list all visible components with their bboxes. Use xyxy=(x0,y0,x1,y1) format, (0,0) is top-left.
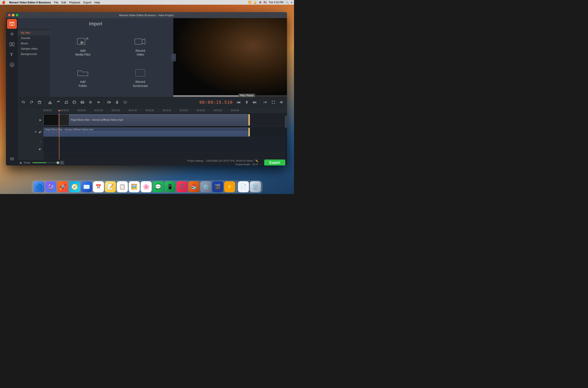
dock-system-prefs[interactable]: ⚙️ xyxy=(200,181,211,192)
playback-menu[interactable]: Playback xyxy=(69,1,80,4)
close-button[interactable] xyxy=(8,14,11,16)
dock-photos[interactable]: 🌸 xyxy=(141,181,152,192)
stickers-icon xyxy=(9,62,15,67)
apple-menu[interactable]: 🍎 xyxy=(2,1,5,4)
dock-trash[interactable]: 🗑️ xyxy=(250,181,261,192)
share-button[interactable] xyxy=(261,98,269,106)
scale-expand-button[interactable]: ⊞ xyxy=(60,161,64,165)
record-screencast-button[interactable]: Record Screencast xyxy=(114,64,167,91)
dock-photos-app[interactable]: 🖼️ xyxy=(129,181,140,192)
color-button[interactable] xyxy=(71,98,78,106)
volume-button[interactable] xyxy=(278,98,285,106)
mic-button[interactable] xyxy=(113,98,121,106)
svg-point-34 xyxy=(48,103,50,104)
timeline-scrollbar[interactable] xyxy=(285,113,287,160)
dock-mail[interactable]: ✉️ xyxy=(81,181,92,192)
svg-text:♪: ♪ xyxy=(84,43,86,47)
delete-button[interactable] xyxy=(36,98,44,106)
import-sidebar-backgrounds[interactable]: Backgrounds xyxy=(18,51,50,57)
go-to-end-button[interactable]: ⏭ xyxy=(251,98,259,106)
help-menu[interactable]: Help xyxy=(94,1,100,4)
import-sidebar-sounds[interactable]: Sounds xyxy=(18,35,50,41)
dock-messages[interactable]: 💬 xyxy=(152,181,164,192)
svg-rect-26 xyxy=(135,39,142,44)
audio-track-controls: 👁 🔊 xyxy=(18,127,44,137)
dock-music[interactable]: 🎵 xyxy=(176,181,187,192)
dock-finder[interactable]: 🔵 xyxy=(33,181,44,192)
dock-facetime[interactable]: 📱 xyxy=(164,181,175,192)
rotate-button[interactable] xyxy=(54,98,62,106)
scale-shrink-icon: ▣ xyxy=(20,161,22,164)
app-name-menu[interactable]: Movavi Video Editor 5 Business xyxy=(9,1,51,4)
video-track-preview-icon[interactable]: ▶ xyxy=(39,118,42,121)
sidebar-stickers-button[interactable] xyxy=(7,60,17,70)
desktop: Movavi Video Editor Business – New Proje… xyxy=(0,5,294,194)
add-media-files-button[interactable]: ♪ Add Media Files xyxy=(56,33,109,60)
add-folder-button[interactable]: Add Folder xyxy=(56,64,109,91)
record-button[interactable] xyxy=(105,98,113,106)
audio-settings-button[interactable] xyxy=(95,98,102,106)
import-sidebar-myfiles[interactable]: My files xyxy=(18,30,50,35)
undo-button[interactable] xyxy=(20,98,27,106)
timeline-scrollbar-thumb[interactable] xyxy=(285,115,287,128)
audio-mute-icon[interactable]: 🔊 xyxy=(39,131,42,134)
image-button[interactable] xyxy=(79,98,86,106)
go-to-start-button[interactable]: ⏮ xyxy=(235,98,242,106)
screencast-toolbar-button[interactable] xyxy=(121,98,129,106)
search-icon[interactable]: 🔍 xyxy=(285,1,289,4)
sidebar-transitions-button[interactable] xyxy=(7,39,17,49)
sidebar-titles-button[interactable]: T xyxy=(7,50,17,59)
toolbar: 00:00:15.510 ⏮ ⏸ Play / Pause ⏭ xyxy=(18,97,287,108)
list-icon[interactable]: ≡ xyxy=(291,1,292,4)
svg-marker-30 xyxy=(32,102,33,103)
play-pause-button[interactable]: ⏸ Play / Pause xyxy=(243,98,251,106)
dock-books[interactable]: 📚 xyxy=(188,181,199,192)
sidebar-timeline-button[interactable] xyxy=(7,154,17,164)
dock-blank-doc[interactable]: 📄 xyxy=(238,181,249,192)
sidebar-effects-button[interactable] xyxy=(7,29,17,39)
import-sidebar-samplevideo[interactable]: Sample video xyxy=(18,46,50,51)
minimize-button[interactable] xyxy=(12,14,15,16)
sidebar-media-button[interactable] xyxy=(7,19,17,29)
file-menu[interactable]: File xyxy=(54,1,58,4)
cut-button[interactable] xyxy=(46,98,54,106)
eye-icon[interactable]: 👁 xyxy=(34,130,37,134)
audio-clip[interactable]: Rag'n'Bone Man - Human (Official Video).… xyxy=(44,127,250,137)
dock-siri[interactable]: 🔮 xyxy=(45,181,56,192)
audio-clip-handle-right[interactable] xyxy=(248,128,250,136)
dock-calendar[interactable]: 📅 xyxy=(93,181,104,192)
svg-point-16 xyxy=(10,63,14,67)
toolbar-divider-2 xyxy=(104,100,104,105)
edit-menu[interactable]: Edit xyxy=(61,1,66,4)
scale-slider[interactable] xyxy=(32,162,58,163)
export-menu[interactable]: Export xyxy=(83,1,91,4)
settings-button[interactable] xyxy=(87,98,94,106)
svg-point-46 xyxy=(90,102,91,103)
dock-movavi[interactable]: 🎬 xyxy=(212,181,223,192)
video-clip[interactable]: Rag'n'Bone Man - Human (Official Video).… xyxy=(44,114,250,126)
playback-controls: ⏮ ⏸ Play / Pause ⏭ xyxy=(235,98,259,106)
record-video-icon xyxy=(134,36,147,47)
track-content: Rag'n'Bone Man - Human (Official Video).… xyxy=(44,113,287,160)
video-clip-handle-right[interactable] xyxy=(248,114,250,125)
import-sidebar-music[interactable]: Music xyxy=(18,41,50,46)
edit-settings-icon[interactable]: ✏️ xyxy=(255,160,258,162)
ruler-mark-9: 00:03:00 xyxy=(197,109,205,112)
dock-launchpad[interactable]: 🚀 xyxy=(57,181,68,192)
dock-divider xyxy=(236,182,236,192)
dock-safari[interactable]: 🧭 xyxy=(69,181,80,192)
crop-button[interactable] xyxy=(62,98,70,106)
maximize-button[interactable] xyxy=(16,14,18,16)
export-button[interactable]: Export xyxy=(264,160,285,166)
sidebar-collapse-button[interactable]: ‹ xyxy=(171,54,176,61)
preview-progress[interactable] xyxy=(173,95,287,97)
dock-reminders[interactable]: 📋 xyxy=(117,181,128,192)
audio-track-lane: Rag'n'Bone Man - Human (Official Video).… xyxy=(44,127,287,137)
import-inner: My files Sounds Music Sample video Backg… xyxy=(18,29,173,97)
fullscreen-button[interactable] xyxy=(270,98,277,106)
dock-notes[interactable]: 📝 xyxy=(105,181,116,192)
redo-button[interactable] xyxy=(28,98,35,106)
dock-topnotch[interactable]: ⚡ xyxy=(224,181,235,192)
record-video-button[interactable]: Record Video xyxy=(114,33,167,60)
window-title: Movavi Video Editor Business – New Proje… xyxy=(119,14,174,17)
